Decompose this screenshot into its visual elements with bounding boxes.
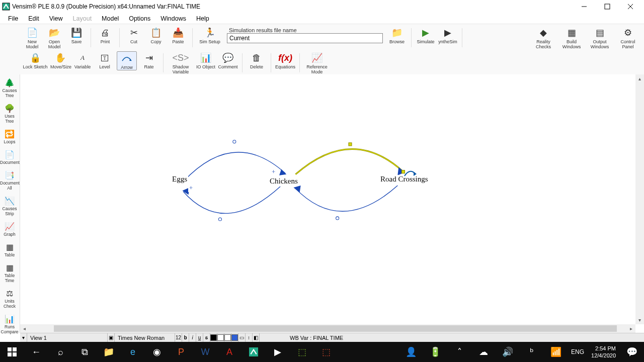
onedrive-icon[interactable]: ☁ — [471, 342, 496, 362]
equations-button[interactable]: f(x)Equations — [275, 51, 295, 69]
arrow-button[interactable]: Arrow — [117, 51, 137, 70]
loops-button[interactable]: 🔁Loops — [0, 127, 19, 147]
causes-strip-button[interactable]: 📉Causes Strip — [0, 194, 19, 219]
uses-tree-button[interactable]: 🌳Uses Tree — [0, 101, 19, 127]
comment-button[interactable]: 💬Comment — [218, 51, 238, 69]
table-time-button[interactable]: ▦Table Time — [0, 260, 19, 286]
document-button[interactable]: 📄Document — [0, 147, 19, 168]
view-name[interactable]: View 1 — [27, 333, 108, 342]
swatch-blue[interactable] — [231, 334, 238, 341]
scroll-down-icon[interactable]: ▾ — [635, 316, 644, 324]
close-button[interactable] — [619, 0, 642, 13]
build-windows-button[interactable]: ▦Build Windows — [558, 26, 585, 49]
causes-tree-button[interactable]: 🌲Causes Tree — [0, 75, 19, 101]
start-button[interactable] — [0, 342, 24, 362]
save-button[interactable]: 💾Save — [66, 26, 87, 44]
scroll-left-icon[interactable]: ◂ — [20, 324, 29, 333]
delete-button[interactable]: 🗑Delete — [247, 51, 267, 69]
menu-layout[interactable]: Layout — [68, 14, 97, 23]
table-button[interactable]: ▦Table — [0, 240, 19, 260]
copy-button[interactable]: 📋Copy — [146, 26, 166, 44]
menu-model[interactable]: Model — [97, 14, 124, 23]
powerpoint-icon[interactable]: P — [169, 342, 193, 362]
underline-toggle[interactable]: u — [196, 333, 203, 342]
volume-icon[interactable]: 🔊 — [496, 342, 520, 362]
synthesim-button[interactable]: ▶yntheSim — [438, 26, 458, 44]
status-icon-1[interactable]: ▾ — [20, 333, 27, 342]
beats-icon[interactable]: ᵇ — [520, 342, 544, 362]
menu-file[interactable]: File — [3, 14, 23, 23]
scroll-right-icon[interactable]: ▸ — [627, 324, 635, 333]
wifi-icon[interactable]: 📶 — [544, 342, 568, 362]
units-check-button[interactable]: ⚖Units Check — [0, 286, 19, 312]
menu-edit[interactable]: Edit — [23, 14, 44, 23]
recorder-icon[interactable]: ⬚ — [314, 342, 338, 362]
menu-options[interactable]: Options — [124, 14, 155, 23]
level-button[interactable]: TLevel — [95, 51, 115, 69]
cut-button[interactable]: ✂Cut — [124, 26, 144, 44]
scroll-up-icon[interactable]: ▴ — [635, 74, 644, 83]
var-chickens[interactable]: Chickens — [269, 177, 299, 186]
media-player-icon[interactable]: ▶ — [266, 342, 290, 362]
open-model-button[interactable]: 📂Open Model — [44, 26, 64, 49]
chrome-icon[interactable]: ◉ — [145, 342, 169, 362]
file-explorer-icon[interactable]: 📁 — [97, 342, 121, 362]
graph-button[interactable]: 📈Graph — [0, 219, 19, 240]
move-size-button[interactable]: ✋Move/Size — [50, 51, 70, 69]
status-extra-1[interactable]: ▭ — [238, 333, 246, 342]
status-icon-2[interactable]: ▣ — [108, 333, 115, 342]
menu-windows[interactable]: Windows — [155, 14, 191, 23]
tray-up-icon[interactable]: ˄ — [447, 342, 471, 362]
back-icon[interactable]: ← — [24, 342, 48, 362]
control-panel-button[interactable]: ⚙Control Panel — [615, 26, 641, 49]
sim-file-input[interactable] — [227, 33, 383, 43]
battery-icon[interactable]: 🔋 — [423, 342, 447, 362]
font-size[interactable]: 12 — [175, 333, 182, 342]
notifications-icon[interactable]: 💬 — [620, 342, 644, 362]
acrobat-icon[interactable]: A — [217, 342, 242, 362]
swatch-white[interactable] — [217, 334, 224, 341]
swatch-black[interactable] — [210, 334, 217, 341]
strike-toggle[interactable]: s — [203, 333, 210, 342]
runs-compare-button[interactable]: 📊Runs Compare — [0, 312, 19, 337]
document-all-button[interactable]: 📑Document All — [0, 168, 19, 194]
print-button[interactable]: 🖨Print — [95, 26, 115, 44]
io-object-button[interactable]: 📊IO Object — [196, 51, 216, 69]
scroll-thumb[interactable] — [54, 325, 617, 332]
reality-checks-button[interactable]: ◆Reality Checks — [530, 26, 556, 49]
browse-button[interactable]: 📁Browse — [387, 26, 407, 44]
edge-icon[interactable]: e — [121, 342, 145, 362]
status-extra-2[interactable]: ↕ — [246, 333, 253, 342]
paste-button[interactable]: 📥Paste — [168, 26, 188, 44]
var-eggs[interactable]: Eggs — [171, 175, 188, 184]
italic-toggle[interactable]: i — [189, 333, 196, 342]
rate-button[interactable]: ⇥Rate — [139, 51, 159, 69]
font-name[interactable]: Times New Roman — [115, 333, 175, 342]
status-extra-3[interactable]: ◧ — [253, 333, 260, 342]
sim-setup-button[interactable]: 🏃Sim Setup — [197, 26, 223, 44]
variable-button[interactable]: AVariable — [72, 51, 93, 69]
simulate-button[interactable]: ▶Simulate — [416, 26, 436, 44]
output-windows-button[interactable]: ▤Output Windows — [587, 26, 613, 49]
word-icon[interactable]: W — [193, 342, 217, 362]
canvas-area[interactable]: Eggs Chickens Road Crossings + + ▴ ▾ ◂ ▸ — [20, 74, 644, 333]
vertical-scrollbar[interactable]: ▴ ▾ — [635, 74, 644, 324]
reference-mode-button[interactable]: 📈Reference Mode — [304, 51, 330, 74]
minimize-button[interactable] — [573, 0, 596, 13]
clock[interactable]: 2:54 PM 12/4/2020 — [587, 345, 620, 359]
camtasia-icon[interactable]: ⬚ — [290, 342, 314, 362]
new-model-button[interactable]: 📄New Model — [22, 26, 42, 49]
lock-sketch-button[interactable]: 🔒Lock Sketch — [22, 51, 48, 69]
bold-toggle[interactable]: b — [182, 333, 189, 342]
menu-view[interactable]: View — [44, 14, 68, 23]
lang-indicator[interactable]: ENG — [568, 342, 587, 362]
horizontal-scrollbar[interactable]: ◂ ▸ — [20, 324, 635, 333]
maximize-button[interactable] — [596, 0, 619, 13]
people-icon[interactable]: 👤 — [399, 342, 423, 362]
shadow-variable-button[interactable]: <S>Shadow Variable — [168, 51, 194, 74]
task-view-icon[interactable]: ⧉ — [72, 342, 97, 362]
menu-help[interactable]: Help — [191, 14, 214, 23]
swatch-bg[interactable] — [224, 334, 231, 341]
vensim-icon[interactable] — [242, 342, 266, 362]
search-icon[interactable]: ⌕ — [48, 342, 72, 362]
